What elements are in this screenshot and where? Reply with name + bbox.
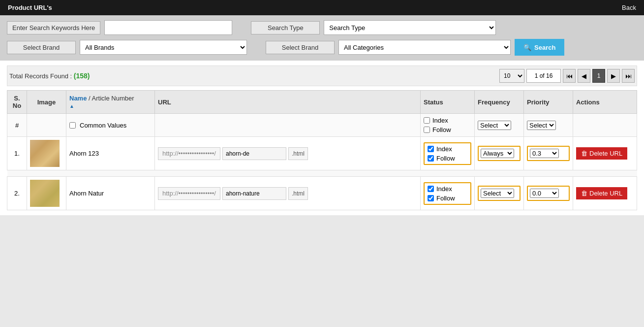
- row1-priority-select[interactable]: Select0.00.10.2 0.30.40.50.6 0.70.80.91.…: [530, 149, 559, 158]
- th-url: URL: [155, 91, 421, 114]
- sort-asc-icon: ▲: [69, 103, 74, 109]
- page-header: Product URL's Back: [0, 0, 644, 15]
- common-status-cell: Index Follow: [421, 114, 475, 137]
- row2-delete-button[interactable]: 🗑 Delete URL: [576, 187, 627, 199]
- th-name[interactable]: Name / Article Number ▲: [66, 91, 155, 114]
- spacer-row-1: [7, 170, 637, 177]
- first-page-icon: ⏮: [566, 72, 573, 80]
- brand-select-2[interactable]: All Categories Category 1 Category 2: [338, 40, 511, 55]
- per-page-select[interactable]: 10 25 50 100: [499, 69, 524, 83]
- common-values-row: # Common Values Index: [7, 114, 637, 137]
- common-follow-checkbox[interactable]: [424, 127, 430, 133]
- row1-follow-label: Follow: [436, 155, 455, 162]
- row2-follow-checkbox[interactable]: [428, 195, 434, 201]
- row1-url-slug[interactable]: [222, 147, 286, 160]
- next-page-button[interactable]: ▶: [607, 69, 620, 83]
- row2-follow-label: Follow: [436, 195, 455, 202]
- common-name-cell: Common Values: [66, 114, 155, 137]
- next-page-icon: ▶: [611, 72, 616, 80]
- row1-name-cell: Ahorn 123: [66, 137, 155, 170]
- row2-priority-cell: Select 0.00.10.2 0.30.40.50.6 0.70.80.91…: [524, 177, 573, 210]
- row2-name-cell: Ahorn Natur: [66, 177, 155, 210]
- row1-freq-select[interactable]: Select Always HourlyDailyWeekly MonthlyY…: [481, 149, 514, 158]
- table-row: 1. Ahorn 123 http:// ••••••••••••••••/ .…: [7, 137, 637, 170]
- th-actions: Actions: [573, 91, 637, 114]
- row2-url-ext: .html: [288, 187, 308, 200]
- row1-sno: 1.: [7, 137, 27, 170]
- row1-url-cell: http:// ••••••••••••••••/ .html: [155, 137, 421, 170]
- common-freq-cell: Select AlwaysHourlyDaily WeeklyMonthlyYe…: [475, 114, 524, 137]
- th-frequency: Frequency: [475, 91, 524, 114]
- page-title: Product URL's: [8, 4, 52, 11]
- row1-index-checkbox[interactable]: [428, 146, 434, 152]
- row1-priority-cell: Select0.00.10.2 0.30.40.50.6 0.70.80.91.…: [524, 137, 573, 170]
- common-index-label: Index: [432, 117, 448, 124]
- last-page-icon: ⏭: [625, 72, 632, 80]
- th-image: Image: [27, 91, 66, 114]
- row1-image-cell: [27, 137, 66, 170]
- common-index-checkbox[interactable]: [424, 117, 430, 124]
- search-button[interactable]: 🔍 Search: [515, 39, 564, 56]
- row1-delete-button[interactable]: 🗑 Delete URL: [576, 147, 627, 160]
- row1-url-base: http:// ••••••••••••••••/: [158, 147, 220, 160]
- toolbar-row-1: Enter Search Keywords Here Search Type S…: [7, 20, 637, 35]
- common-image-cell: [27, 114, 66, 137]
- row2-priority-select[interactable]: Select 0.00.10.2 0.30.40.50.6 0.70.80.91…: [530, 189, 559, 198]
- row1-url-ext: .html: [288, 147, 308, 160]
- brand-select-1[interactable]: All Brands Brand 1 Brand 2: [80, 40, 247, 55]
- toolbar: Enter Search Keywords Here Search Type S…: [0, 15, 644, 61]
- main-content: Total Records Found : (158) 10 25 50 100…: [0, 61, 644, 215]
- row1-name: Ahorn 123: [69, 150, 99, 157]
- toolbar-row-2: Select Brand All Brands Brand 1 Brand 2 …: [7, 39, 637, 56]
- page-info: 1 of 16: [526, 69, 561, 83]
- current-page: 1: [592, 69, 605, 83]
- row2-sno: 2.: [7, 177, 27, 210]
- first-page-button[interactable]: ⏮: [563, 69, 576, 83]
- row1-index-label: Index: [436, 145, 452, 153]
- search-type-label: Search Type: [251, 21, 320, 34]
- search-type-select[interactable]: Search Type Name URL: [324, 20, 496, 35]
- search-icon: 🔍: [523, 44, 531, 51]
- keyword-label: Enter Search Keywords Here: [7, 21, 100, 34]
- trash-icon-2: 🗑: [581, 190, 587, 197]
- keyword-input[interactable]: [104, 20, 232, 35]
- row2-index-checkbox[interactable]: [428, 186, 434, 192]
- pagination: 10 25 50 100 1 of 16 ⏮ ◀ 1 ▶ ⏭: [499, 69, 635, 83]
- th-status: Status: [421, 91, 475, 114]
- back-link[interactable]: Back: [622, 4, 636, 11]
- last-page-button[interactable]: ⏭: [622, 69, 635, 83]
- row2-product-image: [30, 180, 60, 207]
- row2-freq-select[interactable]: Select AlwaysHourlyDaily WeeklyMonthlyYe…: [481, 189, 514, 198]
- row1-status-cell: Index Follow: [421, 137, 475, 170]
- row1-follow-checkbox[interactable]: [428, 155, 434, 162]
- th-sno: S. No: [7, 91, 27, 114]
- row2-url-cell: http:// ••••••••••••••••/ .html: [155, 177, 421, 210]
- common-priority-cell: Select 0.00.10.20.3 0.40.50.60.7 0.80.91…: [524, 114, 573, 137]
- common-follow-label: Follow: [432, 126, 451, 133]
- records-count: (158): [74, 72, 90, 80]
- common-priority-select[interactable]: Select 0.00.10.20.3 0.40.50.60.7 0.80.91…: [527, 121, 556, 130]
- prev-page-icon: ◀: [582, 72, 586, 80]
- product-table: S. No Image Name / Article Number ▲ URL …: [7, 90, 637, 210]
- common-hash: #: [7, 114, 27, 137]
- brand-label-2: Select Brand: [266, 41, 335, 54]
- row1-actions-cell: 🗑 Delete URL: [573, 137, 637, 170]
- row2-url-slug[interactable]: [222, 187, 286, 200]
- common-checkbox[interactable]: [69, 122, 76, 129]
- brand-label-1: Select Brand: [7, 41, 76, 54]
- common-actions-cell: [573, 114, 637, 137]
- row1-product-image: [30, 140, 60, 167]
- common-url-cell: [155, 114, 421, 137]
- records-bar: Total Records Found : (158) 10 25 50 100…: [7, 65, 637, 86]
- row2-freq-cell: Select AlwaysHourlyDaily WeeklyMonthlyYe…: [475, 177, 524, 210]
- table-row: 2. Ahorn Natur http:// ••••••••••••••••/…: [7, 177, 637, 210]
- row2-image-cell: [27, 177, 66, 210]
- row2-index-label: Index: [436, 185, 452, 193]
- common-name: Common Values: [80, 122, 126, 129]
- prev-page-button[interactable]: ◀: [578, 69, 590, 83]
- row2-status-cell: Index Follow: [421, 177, 475, 210]
- records-text: Total Records Found : (158): [9, 72, 90, 80]
- row2-actions-cell: 🗑 Delete URL: [573, 177, 637, 210]
- trash-icon: 🗑: [581, 150, 587, 157]
- common-freq-select[interactable]: Select AlwaysHourlyDaily WeeklyMonthlyYe…: [478, 121, 511, 130]
